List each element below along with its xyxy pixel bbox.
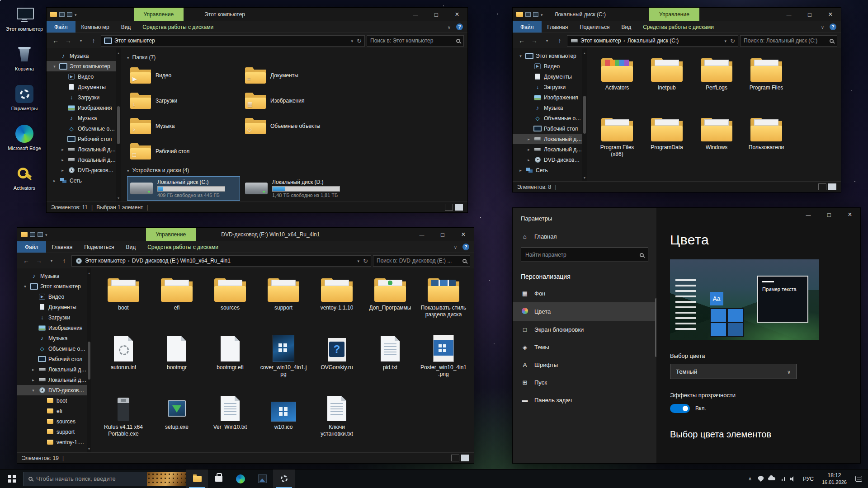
tree-chevron-icon[interactable] bbox=[60, 158, 65, 162]
sidebar-item[interactable]: Объемные объ... bbox=[17, 343, 87, 354]
file-item[interactable]: ventoy-1.1.10 bbox=[311, 274, 363, 332]
sidebar-item[interactable]: Рабочий стол bbox=[513, 123, 582, 134]
folder-tile[interactable]: Загрузки bbox=[127, 89, 240, 113]
file-item[interactable]: ProgramData bbox=[642, 113, 691, 171]
desktop-icon[interactable]: Microsoft Edge bbox=[4, 125, 45, 151]
taskbar-app-button[interactable] bbox=[230, 469, 251, 488]
recent-locations-icon[interactable] bbox=[46, 255, 57, 266]
tree-chevron-icon[interactable] bbox=[31, 388, 36, 393]
scroll-up-icon[interactable] bbox=[584, 49, 585, 56]
sidebar-item[interactable]: Локальный дис... bbox=[513, 144, 582, 155]
tree-chevron-icon[interactable] bbox=[60, 168, 65, 173]
forward-button[interactable] bbox=[529, 35, 540, 46]
qat-button-icon[interactable] bbox=[533, 12, 538, 17]
details-view-button[interactable] bbox=[818, 183, 826, 190]
search-input[interactable] bbox=[744, 38, 827, 44]
taskbar-search-input[interactable] bbox=[36, 475, 143, 482]
address-bar[interactable]: Этот компьютерDVD-дисковод (E:) Win10_x6… bbox=[71, 255, 371, 267]
sidebar-item[interactable]: Рабочий стол bbox=[17, 354, 87, 364]
minimize-button[interactable] bbox=[778, 8, 799, 21]
sidebar-item[interactable]: ventoy-1.1.10 bbox=[17, 437, 87, 447]
file-item[interactable]: Ключи установки.txt bbox=[311, 393, 363, 451]
scroll-thumb[interactable] bbox=[583, 96, 586, 134]
sidebar-scrollbar[interactable] bbox=[116, 48, 121, 202]
help-icon[interactable] bbox=[830, 23, 836, 30]
sidebar-item[interactable]: Видео bbox=[513, 61, 582, 71]
settings-search-input[interactable] bbox=[525, 252, 636, 258]
manage-ribbon-tab[interactable]: Управление bbox=[146, 228, 196, 241]
tree-chevron-icon[interactable] bbox=[31, 378, 36, 382]
settings-nav-item[interactable]: Пуск bbox=[513, 374, 656, 391]
file-item[interactable]: support bbox=[257, 274, 310, 332]
clock[interactable]: 18:12 16.01.2026 bbox=[818, 472, 851, 486]
up-button[interactable] bbox=[88, 35, 99, 46]
tree-chevron-icon[interactable] bbox=[526, 147, 531, 152]
sidebar-item[interactable]: support bbox=[17, 427, 87, 437]
search-highlight-image[interactable] bbox=[147, 472, 186, 486]
tray-shield-icon[interactable] bbox=[755, 469, 766, 488]
search-box[interactable] bbox=[367, 35, 464, 47]
maximize-button[interactable] bbox=[799, 8, 820, 21]
file-item[interactable]: pid.txt bbox=[364, 333, 416, 391]
folder-tile[interactable]: Документы bbox=[242, 63, 355, 88]
ribbon-tab[interactable]: Поделиться bbox=[78, 241, 120, 253]
address-dropdown-icon[interactable] bbox=[351, 38, 354, 44]
file-item[interactable]: inetpub bbox=[642, 54, 691, 112]
taskbar-app-button[interactable] bbox=[186, 469, 208, 488]
file-item[interactable]: sources bbox=[204, 274, 256, 332]
file-item[interactable]: Пользователи bbox=[742, 113, 791, 171]
sidebar-item[interactable]: Загрузки bbox=[47, 92, 116, 103]
close-button[interactable] bbox=[447, 8, 467, 21]
search-box[interactable] bbox=[740, 35, 837, 47]
explorer-system-icon[interactable] bbox=[50, 12, 57, 17]
sidebar-item[interactable]: Объемные объ... bbox=[513, 113, 582, 123]
close-button[interactable] bbox=[820, 8, 841, 21]
ribbon-collapse-icon[interactable] bbox=[448, 24, 451, 30]
drive-tile[interactable]: Локальный диск (D:) 1,48 ТБ свободно из … bbox=[242, 176, 355, 201]
tray-network-icon[interactable] bbox=[777, 469, 788, 488]
titlebar[interactable]: Управление Этот компьютер bbox=[47, 8, 467, 21]
forward-button[interactable] bbox=[33, 255, 44, 266]
help-icon[interactable] bbox=[462, 244, 469, 250]
file-item[interactable]: Rufus v4.11 x64 Portable.exe bbox=[97, 393, 150, 451]
tray-volume-icon[interactable] bbox=[788, 469, 799, 488]
desktop-icon[interactable]: Параметры bbox=[4, 85, 45, 111]
close-button[interactable] bbox=[840, 208, 860, 221]
sidebar-item[interactable]: Музыка bbox=[47, 113, 116, 123]
titlebar[interactable]: Управление DVD-дисковод (E:) Win10_x64_R… bbox=[17, 228, 474, 241]
start-button[interactable] bbox=[0, 469, 24, 488]
sidebar-item[interactable]: sources bbox=[17, 416, 87, 427]
file-item[interactable]: OVGorskiy.ru bbox=[311, 333, 363, 391]
ribbon-tab[interactable]: Вид bbox=[615, 21, 637, 33]
maximize-button[interactable] bbox=[426, 8, 447, 21]
manage-ribbon-tab[interactable]: Управление bbox=[649, 8, 699, 21]
sidebar-item[interactable]: Документы bbox=[513, 71, 582, 82]
minimize-button[interactable] bbox=[411, 228, 432, 241]
breadcrumb-item[interactable]: DVD-дисковод (E:) Win10_x64_Ru_4in1 bbox=[132, 258, 231, 264]
ribbon-tab[interactable]: Файл bbox=[17, 241, 46, 253]
qat-chevron-icon[interactable] bbox=[541, 11, 543, 18]
sidebar-item[interactable]: Локальный дис... bbox=[513, 134, 582, 144]
ribbon-tab[interactable]: Компьютер bbox=[75, 21, 115, 33]
scroll-thumb[interactable] bbox=[88, 342, 90, 380]
desktop-icon[interactable]: Этот компьютер bbox=[4, 5, 45, 32]
scroll-up-icon[interactable] bbox=[118, 49, 119, 56]
search-input[interactable] bbox=[370, 38, 453, 44]
scroll-down-icon[interactable] bbox=[118, 194, 119, 201]
tree-chevron-icon[interactable] bbox=[31, 367, 36, 372]
file-item[interactable]: bootmgr.efi bbox=[204, 333, 256, 391]
minimize-button[interactable] bbox=[798, 208, 819, 221]
sidebar-item[interactable]: DVD-дисковод ( bbox=[17, 385, 87, 395]
qat-button-icon[interactable] bbox=[67, 12, 72, 17]
sidebar-item[interactable]: Изображения bbox=[513, 92, 582, 103]
tree-chevron-icon[interactable] bbox=[518, 168, 523, 173]
file-item[interactable]: w10.ico bbox=[257, 393, 310, 451]
file-item[interactable]: Показывать стиль раздела диска bbox=[417, 274, 470, 332]
breadcrumb-item[interactable]: Этот компьютер bbox=[580, 38, 621, 44]
ribbon-tab[interactable]: Главная bbox=[46, 241, 79, 253]
transparency-toggle[interactable] bbox=[670, 404, 690, 413]
sidebar-item[interactable]: efi bbox=[17, 406, 87, 416]
sidebar-item[interactable]: Этот компьютер bbox=[17, 281, 87, 291]
folder-tile[interactable]: Объемные объекты bbox=[242, 114, 355, 138]
sidebar-item[interactable]: Документы bbox=[17, 302, 87, 312]
